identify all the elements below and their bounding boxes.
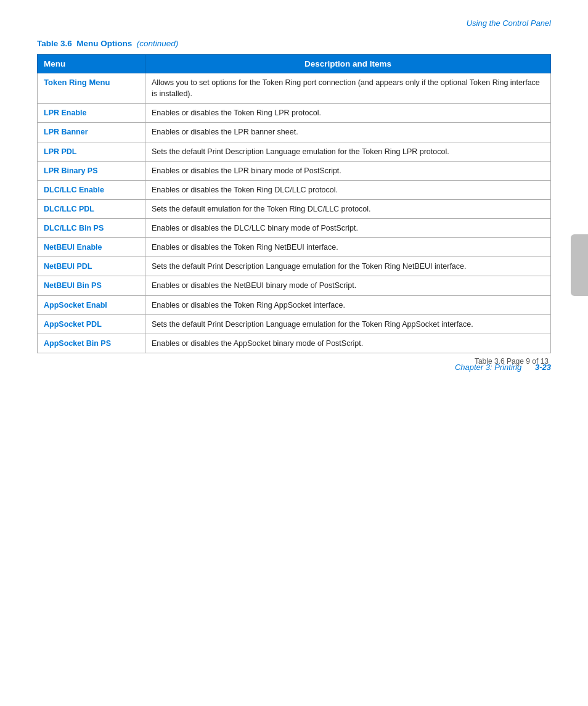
- table-number: Table 3.6: [37, 39, 72, 48]
- table-row: Token Ring Menu Allows you to set option…: [38, 73, 551, 104]
- description-cell: Allows you to set options for the Token …: [145, 73, 551, 104]
- sub-description-cell: Enables or disables the DLC/LLC binary m…: [145, 219, 551, 238]
- sub-menu-name: NetBEUI Enable: [44, 243, 102, 252]
- sub-menu-cell: NetBEUI Bin PS: [38, 276, 145, 295]
- sub-menu-cell: LPR Binary PS: [38, 161, 145, 180]
- sub-menu-name: LPR Binary PS: [44, 166, 98, 175]
- sub-menu-cell: LPR Banner: [38, 123, 145, 142]
- sub-menu-cell: LPR PDL: [38, 142, 145, 161]
- col-desc-header: Description and Items: [145, 55, 551, 73]
- table-row: AppSocket Bin PSEnables or disables the …: [38, 334, 551, 353]
- table-continued: (continued): [137, 39, 179, 48]
- table-row: DLC/LLC PDLSets the default emulation fo…: [38, 199, 551, 218]
- header-text: Using the Control Panel: [467, 18, 551, 28]
- main-table: Menu Description and Items Token Ring Me…: [37, 54, 551, 353]
- sub-menu-name: DLC/LLC Enable: [44, 186, 104, 194]
- sub-menu-cell: DLC/LLC Enable: [38, 180, 145, 199]
- table-row: DLC/LLC EnableEnables or disables the To…: [38, 180, 551, 199]
- table-row: NetBEUI Bin PSEnables or disables the Ne…: [38, 276, 551, 295]
- table-row: AppSocket PDLSets the default Print Desc…: [38, 314, 551, 334]
- page-number: 3-23: [535, 363, 551, 372]
- sub-menu-cell: NetBEUI Enable: [38, 238, 145, 257]
- table-row: LPR Binary PSEnables or disables the LPR…: [38, 161, 551, 180]
- sub-description-cell: Enables or disables the LPR binary mode …: [145, 161, 551, 180]
- sub-menu-cell: DLC/LLC PDL: [38, 199, 145, 218]
- sub-menu-name: NetBEUI PDL: [44, 262, 92, 271]
- sub-menu-name: DLC/LLC Bin PS: [44, 224, 104, 232]
- page-header: Using the Control Panel: [37, 18, 551, 28]
- main-description: Allows you to set options for the Token …: [152, 78, 540, 98]
- sub-description-cell: Enables or disables the Token Ring NetBE…: [145, 238, 551, 257]
- col-menu-header: Menu: [38, 55, 145, 73]
- chapter-info: Chapter 3: Printing 3-23: [455, 363, 551, 372]
- table-row: LPR BannerEnables or disables the LPR ba…: [38, 123, 551, 142]
- sub-menu-name: LPR PDL: [44, 147, 76, 156]
- sub-menu-cell: AppSocket Bin PS: [38, 334, 145, 353]
- sub-description-cell: Sets the default emulation for the Token…: [145, 199, 551, 218]
- sub-menu-cell: LPR Enable: [38, 104, 145, 123]
- sub-menu-name: DLC/LLC PDL: [44, 205, 94, 213]
- sub-menu-cell: AppSocket Enabl: [38, 295, 145, 314]
- sub-description-cell: Sets the default Print Description Langu…: [145, 142, 551, 161]
- table-title: Table 3.6 Menu Options (continued): [37, 39, 551, 48]
- sub-description-cell: Sets the default Print Description Langu…: [145, 257, 551, 276]
- sub-description-cell: Enables or disables the Token Ring LPR p…: [145, 104, 551, 123]
- chapter-text: Chapter 3: Printing: [455, 363, 521, 372]
- sub-description-cell: Enables or disables the Token Ring DLC/L…: [145, 180, 551, 199]
- sub-description-cell: Enables or disables the Token Ring AppSo…: [145, 295, 551, 314]
- side-tab: [571, 234, 588, 296]
- sub-description-cell: Enables or disables the LPR banner sheet…: [145, 123, 551, 142]
- menu-name: Token Ring Menu: [44, 78, 110, 87]
- table-row: NetBEUI PDLSets the default Print Descri…: [38, 257, 551, 276]
- sub-menu-cell: NetBEUI PDL: [38, 257, 145, 276]
- sub-menu-name: AppSocket Enabl: [44, 301, 107, 310]
- sub-menu-cell: AppSocket PDL: [38, 314, 145, 334]
- table-header-row: Menu Description and Items: [38, 55, 551, 73]
- sub-menu-name: AppSocket Bin PS: [44, 339, 111, 348]
- table-row: LPR PDLSets the default Print Descriptio…: [38, 142, 551, 161]
- sub-menu-cell: DLC/LLC Bin PS: [38, 219, 145, 238]
- sub-description-cell: Enables or disables the NetBEUI binary m…: [145, 276, 551, 295]
- sub-description-cell: Sets the default Print Description Langu…: [145, 314, 551, 334]
- sub-menu-name: NetBEUI Bin PS: [44, 281, 102, 290]
- menu-cell: Token Ring Menu: [38, 73, 145, 104]
- sub-description-cell: Enables or disables the AppSocket binary…: [145, 334, 551, 353]
- table-row: LPR EnableEnables or disables the Token …: [38, 104, 551, 123]
- table-label: Menu Options: [76, 39, 132, 48]
- sub-menu-name: AppSocket PDL: [44, 320, 102, 329]
- page-container: Using the Control Panel Table 3.6 Menu O…: [0, 0, 588, 390]
- table-row: AppSocket EnablEnables or disables the T…: [38, 295, 551, 314]
- sub-menu-name: LPR Enable: [44, 109, 86, 117]
- table-row: DLC/LLC Bin PSEnables or disables the DL…: [38, 219, 551, 238]
- sub-menu-name: LPR Banner: [44, 128, 88, 136]
- page-footer: Chapter 3: Printing 3-23: [37, 363, 551, 372]
- table-row: NetBEUI EnableEnables or disables the To…: [38, 238, 551, 257]
